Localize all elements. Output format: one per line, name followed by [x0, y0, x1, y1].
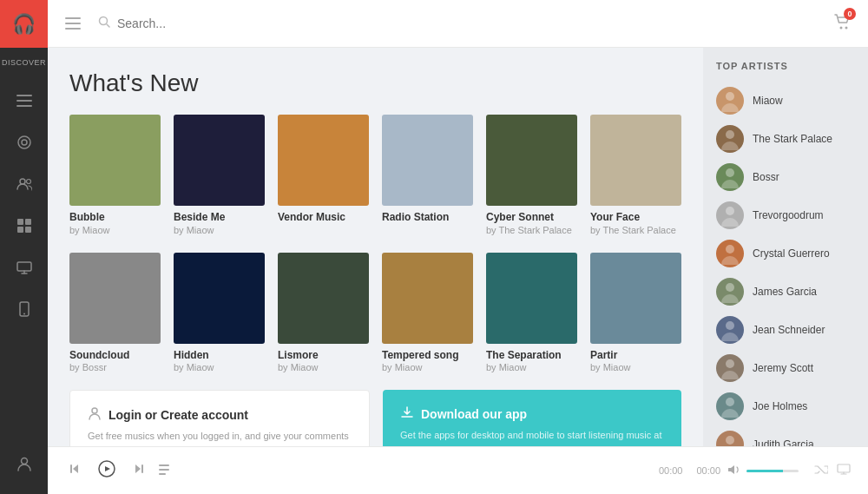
prev-button[interactable] [65, 459, 84, 482]
hamburger-icon[interactable] [65, 14, 81, 34]
music-card-title: Radio Station [382, 211, 473, 225]
cart-badge: 0 [844, 8, 856, 20]
section-title: What's New [69, 69, 681, 97]
artist-item[interactable]: Jeremy Scott [703, 349, 868, 387]
artist-item[interactable]: James Garcia [703, 273, 868, 311]
svg-point-25 [726, 207, 734, 215]
artist-name: Bossr [753, 171, 779, 183]
sidebar-item-users[interactable] [7, 167, 42, 201]
sidebar-bottom [7, 446, 42, 494]
login-banner[interactable]: Login or Create account Get free musics … [69, 390, 370, 446]
volume-icon[interactable] [727, 464, 741, 478]
svg-point-13 [23, 313, 25, 315]
music-card-hidden[interactable]: Hiddenby Miaow [174, 253, 265, 373]
artist-avatar [716, 431, 744, 446]
music-card-vendor[interactable]: Vendor Music [278, 115, 369, 235]
music-card-title: Partir [590, 349, 681, 363]
artist-item[interactable]: Miaow [703, 82, 868, 120]
music-card-title: Tempered song [382, 349, 473, 363]
header-right: 0 [833, 13, 851, 35]
sidebar-item-mobile[interactable] [7, 292, 42, 326]
artist-item[interactable]: Judith Garcia [703, 425, 868, 446]
music-card-lismore[interactable]: Lismoreby Miaow [278, 253, 369, 373]
app-banner-desc: Get the apps for desktop and mobile to s… [400, 428, 664, 446]
shuffle-button[interactable] [814, 464, 828, 478]
music-thumb-tempered [382, 253, 473, 344]
login-banner-desc: Get free musics when you logged in, and … [88, 429, 352, 446]
svg-point-23 [726, 130, 734, 139]
music-card-title: Beside Me [174, 211, 265, 225]
banners: Login or Create account Get free musics … [69, 390, 681, 446]
music-card-partir[interactable]: Partirby Miaow [590, 253, 681, 373]
artist-name: Jean Schneider [753, 324, 825, 336]
app-banner[interactable]: Download our app Get the apps for deskto… [383, 390, 681, 446]
music-card-cyber[interactable]: Cyber Sonnetby The Stark Palace [486, 115, 577, 235]
volume-bar[interactable] [746, 470, 799, 472]
music-card-bubble[interactable]: Bubbleby Miaow [69, 115, 161, 235]
music-thumb-hidden [174, 253, 265, 344]
main-content: 0 What's New Bubbleby MiaowBeside Meby M… [48, 0, 868, 494]
svg-point-3 [18, 136, 30, 148]
sidebar-item-radio[interactable] [7, 125, 42, 160]
artist-avatar [716, 278, 744, 306]
music-card-artist: by Miaow [486, 362, 577, 372]
sidebar-item-profile[interactable] [7, 446, 42, 481]
svg-rect-34 [141, 464, 143, 473]
player-time: 00:00 00:00 [659, 464, 851, 478]
sidebar-item-screen[interactable] [7, 250, 42, 285]
svg-rect-10 [25, 227, 31, 233]
music-card-artist: by Bossr [69, 362, 161, 372]
artist-item[interactable]: Crystal Guerrero [703, 234, 868, 273]
svg-point-27 [726, 283, 734, 292]
music-card-tempered[interactable]: Tempered songby Miaow [382, 253, 473, 373]
music-card-your[interactable]: Your Faceby The Stark Palace [590, 115, 681, 235]
music-card-separation[interactable]: The Separationby Miaow [486, 253, 577, 373]
sidebar: 🎧 Discover [0, 0, 48, 494]
artist-item[interactable]: The Stark Palace [703, 120, 868, 158]
svg-point-6 [26, 180, 30, 184]
music-card-radio[interactable]: Radio Station [382, 115, 473, 235]
svg-point-30 [726, 398, 734, 406]
music-card-beside[interactable]: Beside Meby Miaow [174, 115, 265, 235]
logo[interactable]: 🎧 [0, 0, 48, 48]
svg-point-5 [20, 179, 25, 184]
artist-item[interactable]: Trevorgoodrum [703, 196, 868, 234]
artist-avatar [716, 125, 744, 153]
music-card-title: The Separation [486, 349, 577, 363]
svg-rect-37 [159, 473, 166, 475]
music-card-artist: by The Stark Palace [590, 225, 681, 235]
svg-rect-9 [17, 227, 23, 233]
artist-name: Crystal Guerrero [753, 247, 830, 260]
header: 0 [48, 0, 868, 48]
svg-point-26 [726, 245, 734, 254]
svg-rect-36 [159, 469, 169, 471]
music-card-artist: by Miaow [382, 362, 473, 372]
next-button[interactable] [129, 459, 148, 482]
player-controls [65, 457, 173, 485]
cart-icon[interactable]: 0 [833, 13, 851, 35]
music-thumb-separation [486, 253, 577, 344]
artist-name: The Stark Palace [753, 133, 832, 145]
headphone-icon: 🎧 [12, 13, 36, 36]
play-button[interactable] [95, 457, 119, 485]
svg-rect-35 [159, 464, 169, 466]
music-card-title: Your Face [590, 211, 681, 225]
music-grid-row1: Bubbleby MiaowBeside Meby MiaowVendor Mu… [69, 115, 681, 235]
playlist-button[interactable] [159, 464, 173, 478]
svg-rect-16 [65, 23, 81, 24]
music-thumb-beside [174, 115, 265, 206]
music-card-sound[interactable]: Soundcloudby Bossr [69, 253, 161, 373]
music-thumb-lismore [278, 253, 369, 344]
svg-rect-0 [16, 95, 32, 96]
screen-button[interactable] [837, 464, 851, 478]
sidebar-item-grid[interactable] [7, 208, 42, 243]
search-input[interactable] [117, 16, 291, 30]
artist-item[interactable]: Bossr [703, 158, 868, 196]
artist-item[interactable]: Joe Holmes [703, 387, 868, 425]
sidebar-item-list[interactable] [7, 83, 42, 118]
discover-label: Discover [2, 58, 46, 67]
music-card-title: Soundcloud [69, 349, 161, 363]
svg-point-21 [92, 408, 97, 413]
artist-item[interactable]: Jean Schneider [703, 311, 868, 349]
music-thumb-bubble [69, 115, 161, 206]
